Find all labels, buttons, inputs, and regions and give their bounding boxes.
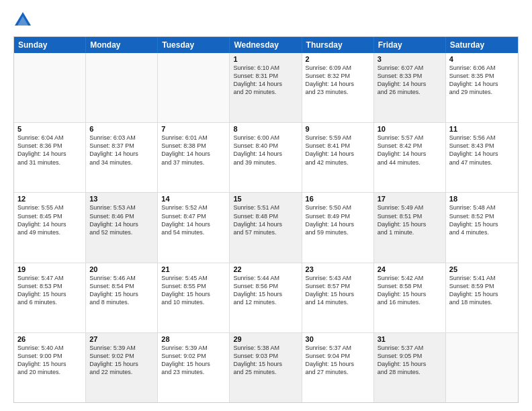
- calendar-cell: 7Sunrise: 6:01 AM Sunset: 8:38 PM Daylig…: [158, 123, 230, 192]
- cell-info: Sunrise: 6:10 AM Sunset: 8:31 PM Dayligh…: [233, 64, 298, 97]
- weekday-header: Friday: [374, 37, 446, 53]
- calendar-row: 26Sunrise: 5:40 AM Sunset: 9:00 PM Dayli…: [14, 332, 518, 402]
- calendar-cell: 17Sunrise: 5:49 AM Sunset: 8:51 PM Dayli…: [374, 193, 446, 262]
- calendar-cell: 16Sunrise: 5:50 AM Sunset: 8:49 PM Dayli…: [302, 193, 374, 262]
- day-number: 29: [233, 335, 298, 343]
- calendar-cell: 23Sunrise: 5:43 AM Sunset: 8:57 PM Dayli…: [302, 263, 374, 332]
- weekday-header: Tuesday: [158, 37, 230, 53]
- day-number: 24: [378, 265, 442, 273]
- cell-info: Sunrise: 5:51 AM Sunset: 8:48 PM Dayligh…: [233, 203, 298, 236]
- cell-info: Sunrise: 5:59 AM Sunset: 8:41 PM Dayligh…: [306, 134, 370, 167]
- cell-info: Sunrise: 6:09 AM Sunset: 8:32 PM Dayligh…: [306, 64, 370, 97]
- weekday-header: Sunday: [14, 37, 86, 53]
- day-number: 9: [306, 125, 370, 133]
- calendar-row: 12Sunrise: 5:55 AM Sunset: 8:45 PM Dayli…: [14, 192, 518, 262]
- calendar-header: SundayMondayTuesdayWednesdayThursdayFrid…: [14, 37, 518, 53]
- cell-info: Sunrise: 5:39 AM Sunset: 9:02 PM Dayligh…: [89, 344, 154, 377]
- cell-info: Sunrise: 5:40 AM Sunset: 9:00 PM Dayligh…: [17, 344, 82, 377]
- calendar-cell: 2Sunrise: 6:09 AM Sunset: 8:32 PM Daylig…: [302, 53, 374, 122]
- cell-info: Sunrise: 5:53 AM Sunset: 8:46 PM Dayligh…: [89, 203, 154, 236]
- cell-info: Sunrise: 6:03 AM Sunset: 8:37 PM Dayligh…: [89, 134, 154, 167]
- day-number: 3: [378, 55, 442, 63]
- cell-info: Sunrise: 5:45 AM Sunset: 8:55 PM Dayligh…: [161, 274, 226, 307]
- calendar-cell: 28Sunrise: 5:39 AM Sunset: 9:02 PM Dayli…: [158, 333, 230, 402]
- cell-info: Sunrise: 6:07 AM Sunset: 8:33 PM Dayligh…: [378, 64, 442, 97]
- calendar-cell: 14Sunrise: 5:52 AM Sunset: 8:47 PM Dayli…: [158, 193, 230, 262]
- logo: [13, 11, 35, 30]
- calendar-cell: 18Sunrise: 5:48 AM Sunset: 8:52 PM Dayli…: [446, 193, 518, 262]
- day-number: 20: [89, 265, 154, 273]
- day-number: 6: [89, 125, 154, 133]
- calendar-cell: 5Sunrise: 6:04 AM Sunset: 8:36 PM Daylig…: [14, 123, 86, 192]
- day-number: 15: [233, 195, 298, 203]
- weekday-header: Wednesday: [230, 37, 302, 53]
- day-number: 19: [17, 265, 82, 273]
- day-number: 31: [378, 335, 442, 343]
- calendar: SundayMondayTuesdayWednesdayThursdayFrid…: [13, 36, 519, 403]
- calendar-cell: [86, 53, 158, 122]
- cell-info: Sunrise: 5:47 AM Sunset: 8:53 PM Dayligh…: [17, 274, 82, 307]
- day-number: 1: [233, 55, 298, 63]
- calendar-row: 19Sunrise: 5:47 AM Sunset: 8:53 PM Dayli…: [14, 263, 518, 332]
- day-number: 12: [17, 195, 82, 203]
- cell-info: Sunrise: 6:00 AM Sunset: 8:40 PM Dayligh…: [233, 134, 298, 167]
- day-number: 14: [161, 195, 226, 203]
- logo-icon: [13, 11, 32, 30]
- cell-info: Sunrise: 5:50 AM Sunset: 8:49 PM Dayligh…: [306, 203, 370, 236]
- day-number: 26: [17, 335, 82, 343]
- day-number: 27: [89, 335, 154, 343]
- cell-info: Sunrise: 6:01 AM Sunset: 8:38 PM Dayligh…: [161, 134, 226, 167]
- day-number: 7: [161, 125, 226, 133]
- calendar-row: 5Sunrise: 6:04 AM Sunset: 8:36 PM Daylig…: [14, 122, 518, 192]
- calendar-cell: 10Sunrise: 5:57 AM Sunset: 8:42 PM Dayli…: [374, 123, 446, 192]
- day-number: 28: [161, 335, 226, 343]
- day-number: 4: [449, 55, 515, 63]
- calendar-cell: [158, 53, 230, 122]
- day-number: 16: [306, 195, 370, 203]
- cell-info: Sunrise: 5:49 AM Sunset: 8:51 PM Dayligh…: [378, 203, 442, 236]
- weekday-header: Thursday: [302, 37, 374, 53]
- cell-info: Sunrise: 5:56 AM Sunset: 8:43 PM Dayligh…: [449, 134, 515, 167]
- cell-info: Sunrise: 5:41 AM Sunset: 8:59 PM Dayligh…: [449, 274, 515, 307]
- day-number: 23: [306, 265, 370, 273]
- cell-info: Sunrise: 5:48 AM Sunset: 8:52 PM Dayligh…: [449, 203, 515, 236]
- calendar-cell: 31Sunrise: 5:37 AM Sunset: 9:05 PM Dayli…: [374, 333, 446, 402]
- calendar-cell: 19Sunrise: 5:47 AM Sunset: 8:53 PM Dayli…: [14, 263, 86, 332]
- calendar-row: 1Sunrise: 6:10 AM Sunset: 8:31 PM Daylig…: [14, 53, 518, 122]
- calendar-cell: 6Sunrise: 6:03 AM Sunset: 8:37 PM Daylig…: [86, 123, 158, 192]
- calendar-cell: 21Sunrise: 5:45 AM Sunset: 8:55 PM Dayli…: [158, 263, 230, 332]
- weekday-header: Monday: [86, 37, 158, 53]
- day-number: 17: [378, 195, 442, 203]
- header: [13, 11, 519, 30]
- calendar-cell: 1Sunrise: 6:10 AM Sunset: 8:31 PM Daylig…: [230, 53, 302, 122]
- calendar-cell: 8Sunrise: 6:00 AM Sunset: 8:40 PM Daylig…: [230, 123, 302, 192]
- cell-info: Sunrise: 5:39 AM Sunset: 9:02 PM Dayligh…: [161, 344, 226, 377]
- cell-info: Sunrise: 5:37 AM Sunset: 9:04 PM Dayligh…: [306, 344, 370, 377]
- calendar-cell: [446, 333, 518, 402]
- day-number: 21: [161, 265, 226, 273]
- day-number: 8: [233, 125, 298, 133]
- calendar-cell: [14, 53, 86, 122]
- cell-info: Sunrise: 5:57 AM Sunset: 8:42 PM Dayligh…: [378, 134, 442, 167]
- calendar-body: 1Sunrise: 6:10 AM Sunset: 8:31 PM Daylig…: [14, 53, 518, 402]
- calendar-cell: 25Sunrise: 5:41 AM Sunset: 8:59 PM Dayli…: [446, 263, 518, 332]
- day-number: 25: [449, 265, 515, 273]
- cell-info: Sunrise: 5:37 AM Sunset: 9:05 PM Dayligh…: [378, 344, 442, 377]
- calendar-cell: 15Sunrise: 5:51 AM Sunset: 8:48 PM Dayli…: [230, 193, 302, 262]
- calendar-cell: 20Sunrise: 5:46 AM Sunset: 8:54 PM Dayli…: [86, 263, 158, 332]
- cell-info: Sunrise: 5:42 AM Sunset: 8:58 PM Dayligh…: [378, 274, 442, 307]
- calendar-cell: 12Sunrise: 5:55 AM Sunset: 8:45 PM Dayli…: [14, 193, 86, 262]
- calendar-cell: 27Sunrise: 5:39 AM Sunset: 9:02 PM Dayli…: [86, 333, 158, 402]
- day-number: 2: [306, 55, 370, 63]
- cell-info: Sunrise: 5:38 AM Sunset: 9:03 PM Dayligh…: [233, 344, 298, 377]
- day-number: 5: [17, 125, 82, 133]
- calendar-cell: 3Sunrise: 6:07 AM Sunset: 8:33 PM Daylig…: [374, 53, 446, 122]
- day-number: 10: [378, 125, 442, 133]
- calendar-cell: 29Sunrise: 5:38 AM Sunset: 9:03 PM Dayli…: [230, 333, 302, 402]
- calendar-cell: 26Sunrise: 5:40 AM Sunset: 9:00 PM Dayli…: [14, 333, 86, 402]
- cell-info: Sunrise: 5:46 AM Sunset: 8:54 PM Dayligh…: [89, 274, 154, 307]
- cell-info: Sunrise: 5:44 AM Sunset: 8:56 PM Dayligh…: [233, 274, 298, 307]
- calendar-cell: 4Sunrise: 6:06 AM Sunset: 8:35 PM Daylig…: [446, 53, 518, 122]
- calendar-cell: 22Sunrise: 5:44 AM Sunset: 8:56 PM Dayli…: [230, 263, 302, 332]
- cell-info: Sunrise: 5:55 AM Sunset: 8:45 PM Dayligh…: [17, 203, 82, 236]
